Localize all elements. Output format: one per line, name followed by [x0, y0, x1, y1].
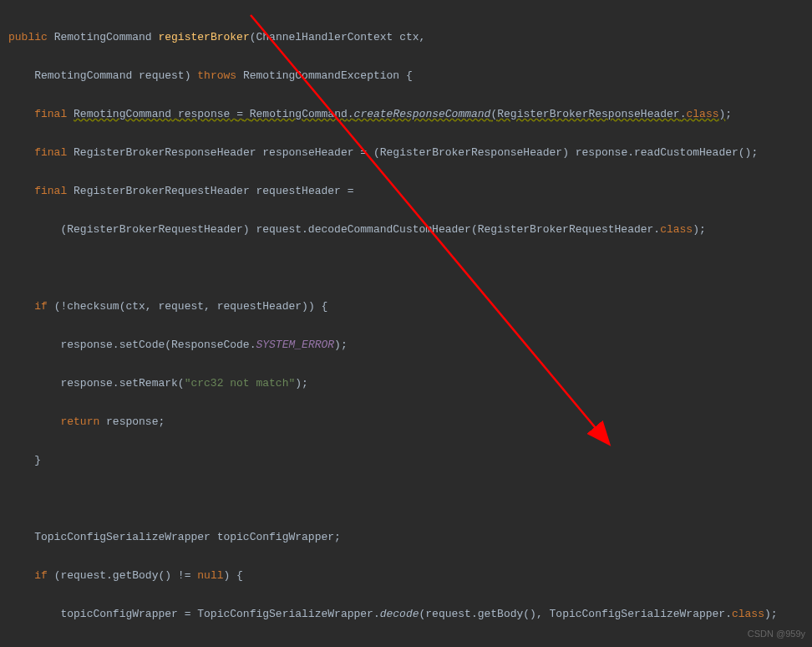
code-line	[8, 258, 812, 278]
code-line	[8, 489, 812, 508]
code-line: if (!checksum(ctx, request, requestHeade…	[8, 297, 812, 316]
code-line: }	[8, 451, 812, 470]
code-line: TopicConfigSerializeWrapper topicConfigW…	[8, 527, 812, 547]
code-line: RemotingCommand request) throws Remoting…	[8, 66, 812, 85]
code-line: final RemotingCommand response = Remotin…	[8, 104, 812, 124]
code-line: response.setRemark("crc32 not match");	[8, 374, 812, 393]
code-editor[interactable]: public RemotingCommand registerBroker(Ch…	[0, 0, 812, 647]
code-line: public RemotingCommand registerBroker(Ch…	[8, 28, 812, 47]
code-line: response.setCode(ResponseCode.SYSTEM_ERR…	[8, 335, 812, 354]
code-line: return response;	[8, 412, 812, 431]
code-line: final RegisterBrokerResponseHeader respo…	[8, 143, 812, 162]
watermark: CSDN @959y	[748, 624, 805, 644]
code-line: topicConfigWrapper = TopicConfigSerializ…	[8, 604, 812, 624]
code-line: if (request.getBody() != null) {	[8, 566, 812, 585]
code-line: } else {	[8, 643, 812, 647]
code-line: (RegisterBrokerRequestHeader) request.de…	[8, 220, 812, 239]
code-line: final RegisterBrokerRequestHeader reques…	[8, 181, 812, 201]
